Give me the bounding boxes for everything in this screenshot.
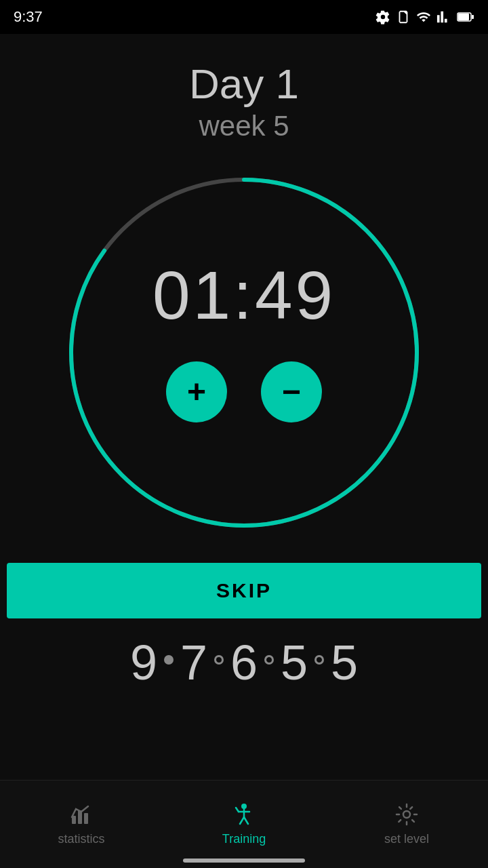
reps-row: 9 7 6 5 5: [130, 635, 358, 690]
svg-line-11: [236, 808, 239, 812]
bottom-indicator: [183, 859, 305, 863]
day-title: Day 1: [189, 61, 299, 107]
sim-status-icon: [396, 9, 411, 24]
wifi-status-icon: [416, 9, 431, 24]
week-subtitle: week 5: [199, 110, 289, 142]
svg-line-10: [244, 817, 248, 824]
status-time: 9:37: [14, 8, 43, 26]
rep-value-4: 5: [331, 635, 358, 690]
subtract-label: −: [282, 373, 301, 410]
signal-status-icon: [436, 9, 451, 24]
rep-dot-2: [264, 655, 274, 665]
battery-status-icon: [457, 9, 474, 24]
svg-rect-5: [84, 813, 88, 824]
settings-status-icon: [375, 9, 390, 24]
rep-value-1: 7: [180, 635, 207, 690]
rep-dot-1: [214, 655, 224, 665]
main-content: Day 1 week 5 01:49 + − SKIP 9 7: [0, 34, 488, 690]
timer-display: 01:49: [152, 256, 336, 334]
rep-dot-3: [314, 655, 324, 665]
bottom-nav: statistics Training set level: [0, 780, 488, 868]
nav-label-set-level: set level: [384, 832, 429, 846]
training-icon: [232, 802, 256, 827]
svg-rect-2: [472, 15, 474, 19]
add-label: +: [187, 373, 206, 410]
nav-label-statistics: statistics: [58, 832, 104, 846]
rep-dot-0: [164, 655, 174, 665]
timer-controls: + −: [166, 361, 322, 422]
nav-item-training[interactable]: Training: [163, 802, 325, 846]
rep-value-2: 6: [230, 635, 258, 690]
svg-point-12: [403, 811, 410, 818]
status-icons: [375, 9, 474, 24]
skip-button[interactable]: SKIP: [7, 563, 481, 618]
add-time-button[interactable]: +: [166, 361, 227, 422]
day-heading: Day 1: [189, 61, 299, 107]
svg-rect-1: [458, 14, 469, 20]
subtract-time-button[interactable]: −: [261, 361, 322, 422]
rep-value-0: 9: [130, 635, 157, 690]
nav-item-set-level[interactable]: set level: [325, 802, 488, 846]
rep-value-3: 5: [281, 635, 308, 690]
timer-inner: 01:49 + −: [54, 163, 434, 542]
set-level-icon: [394, 802, 419, 827]
timer-container: 01:49 + −: [54, 163, 434, 542]
nav-item-statistics[interactable]: statistics: [0, 802, 163, 846]
status-bar: 9:37: [0, 0, 488, 34]
statistics-icon: [69, 802, 94, 827]
svg-line-9: [240, 817, 244, 824]
nav-label-training: Training: [222, 832, 266, 846]
